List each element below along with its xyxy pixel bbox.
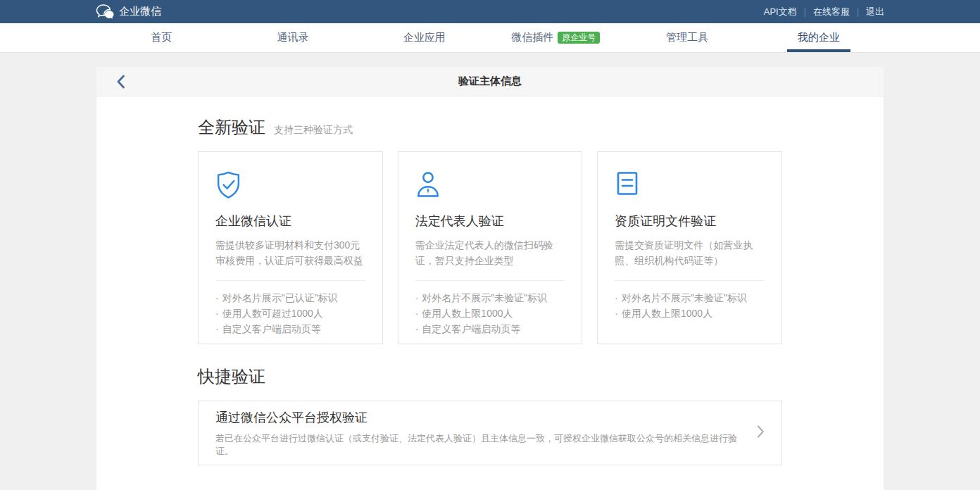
- document-icon: [615, 170, 765, 201]
- tab-my-company[interactable]: 我的企业: [753, 23, 884, 52]
- divider: [215, 280, 365, 281]
- wework-logo-icon: [96, 4, 114, 19]
- tab-admin-tools[interactable]: 管理工具: [622, 23, 753, 52]
- section-subtitle: 支持三种验证方式: [274, 124, 353, 137]
- link-logout[interactable]: 退出: [866, 6, 884, 18]
- card-title: 法定代表人验证: [415, 213, 565, 230]
- section-title: 快捷验证: [198, 365, 265, 388]
- page-title: 验证主体信息: [96, 75, 884, 88]
- brand-name: 企业微信: [119, 5, 161, 18]
- divider: [615, 280, 765, 281]
- section-title: 全新验证: [198, 116, 265, 139]
- benefit-item: 使用人数上限1000人: [615, 306, 765, 321]
- main-nav: 首页 通讯录 企业应用 微信插件 原企业号 管理工具 我的企业: [0, 23, 980, 53]
- quick-verify-card-mp-authorization[interactable]: 通过微信公众平台授权验证 若已在公众平台进行过微信认证（或支付验证、法定代表人验…: [198, 401, 782, 465]
- card-benefits-list: 对外名片展示"已认证"标识 使用人数可超过1000人 自定义客户端启动页等: [215, 290, 365, 337]
- separator: |: [857, 7, 859, 17]
- tab-enterprise-apps[interactable]: 企业应用: [358, 23, 490, 52]
- legacy-account-badge: 原企业号: [558, 32, 600, 44]
- divider: [415, 280, 565, 281]
- tab-home[interactable]: 首页: [96, 23, 227, 52]
- section-quick-verification: 快捷验证: [198, 365, 782, 388]
- card-benefits-list: 对外名片不展示"未验证"标识 使用人数上限1000人: [615, 290, 765, 321]
- benefit-item: 对外名片不展示"未验证"标识: [615, 290, 765, 306]
- brand[interactable]: 企业微信: [96, 4, 161, 19]
- verify-card-wework-certification[interactable]: 企业微信认证 需提供较多证明材料和支付300元审核费用，认证后可获得最高权益 对…: [198, 151, 383, 344]
- tab-wechat-plugin[interactable]: 微信插件 原企业号: [490, 23, 622, 52]
- link-api-docs[interactable]: API文档: [764, 6, 797, 18]
- card-description: 需企业法定代表人的微信扫码验证，暂只支持企业类型: [415, 237, 565, 268]
- chevron-right-icon: [757, 425, 765, 441]
- card-description: 需提交资质证明文件（如营业执照、组织机构代码证等）: [615, 237, 765, 268]
- benefit-item: 自定义客户端启动页等: [215, 321, 365, 337]
- active-tab-underline: [787, 49, 850, 52]
- content-panel: 验证主体信息 全新验证 支持三种验证方式 企业微信认证 需提供较多证明材料和支付…: [96, 67, 884, 490]
- benefit-item: 自定义客户端启动页等: [415, 321, 565, 337]
- benefit-item: 使用人数可超过1000人: [215, 306, 365, 321]
- panel-header: 验证主体信息: [96, 67, 884, 96]
- shield-check-icon: [215, 170, 365, 201]
- card-description: 若已在公众平台进行过微信认证（或支付验证、法定代表人验证）且主体信息一致，可授权…: [215, 432, 744, 458]
- card-benefits-list: 对外名片不展示"未验证"标识 使用人数上限1000人 自定义客户端启动页等: [415, 290, 565, 337]
- card-description: 需提供较多证明材料和支付300元审核费用，认证后可获得最高权益: [215, 237, 365, 268]
- tab-contacts[interactable]: 通讯录: [227, 23, 359, 52]
- verify-card-legal-representative[interactable]: 法定代表人验证 需企业法定代表人的微信扫码验证，暂只支持企业类型 对外名片不展示…: [398, 151, 583, 344]
- section-full-verification: 全新验证 支持三种验证方式: [198, 116, 782, 139]
- person-icon: [415, 170, 565, 201]
- benefit-item: 对外名片不展示"未验证"标识: [415, 290, 565, 306]
- link-online-support[interactable]: 在线客服: [813, 6, 850, 18]
- separator: |: [804, 7, 806, 17]
- verify-card-qualification-documents[interactable]: 资质证明文件验证 需提交资质证明文件（如营业执照、组织机构代码证等） 对外名片不…: [597, 151, 782, 344]
- chevron-left-icon: [116, 75, 125, 89]
- benefit-item: 使用人数上限1000人: [415, 306, 565, 321]
- card-title: 通过微信公众平台授权验证: [215, 409, 744, 426]
- benefit-item: 对外名片展示"已认证"标识: [215, 290, 365, 306]
- top-bar: 企业微信 API文档 | 在线客服 | 退出: [0, 0, 980, 23]
- back-button[interactable]: [108, 67, 133, 96]
- card-title: 资质证明文件验证: [615, 213, 765, 230]
- card-title: 企业微信认证: [215, 213, 365, 230]
